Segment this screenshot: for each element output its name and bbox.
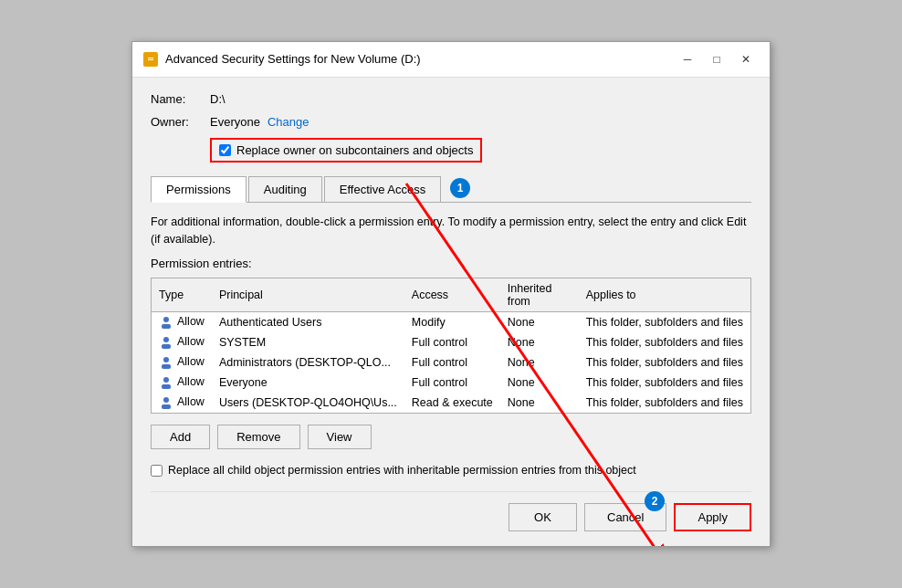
- cell-access: Modify: [404, 312, 500, 333]
- cell-applies: This folder, subfolders and files: [579, 373, 750, 393]
- section-label: Permission entries:: [151, 257, 751, 270]
- cell-principal: Users (DESKTOP-QLO4OHQ\Us...: [212, 393, 404, 413]
- close-button[interactable]: ✕: [733, 49, 759, 69]
- replace-owner-label: Replace owner on subcontainers and objec…: [236, 143, 473, 157]
- remove-button[interactable]: Remove: [217, 425, 299, 449]
- replace-owner-wrapper: Replace owner on subcontainers and objec…: [210, 138, 751, 163]
- window-title: Advanced Security Settings for New Volum…: [165, 52, 421, 66]
- table-row[interactable]: AllowUsers (DESKTOP-QLO4OHQ\Us...Read & …: [152, 393, 750, 413]
- title-controls: ─ □ ✕: [675, 49, 759, 69]
- info-text: For additional information, double-click…: [151, 214, 751, 248]
- cell-type: Allow: [152, 373, 212, 393]
- svg-point-5: [163, 337, 169, 342]
- col-type: Type: [152, 278, 212, 312]
- owner-label: Owner:: [151, 115, 210, 129]
- cell-access: Full control: [404, 332, 500, 352]
- permission-table-wrapper: Type Principal Access Inherited from App…: [151, 278, 751, 414]
- minimize-button[interactable]: ─: [675, 49, 700, 69]
- col-access: Access: [404, 278, 500, 312]
- col-principal: Principal: [212, 278, 404, 312]
- change-owner-link[interactable]: Change: [267, 115, 309, 129]
- svg-point-7: [163, 357, 169, 362]
- cell-inherited: None: [500, 352, 579, 373]
- replace-owner-checkbox[interactable]: [219, 144, 231, 156]
- cell-applies: This folder, subfolders and files: [579, 312, 750, 333]
- table-row[interactable]: AllowAuthenticated UsersModifyNoneThis f…: [152, 312, 750, 333]
- table-header-row: Type Principal Access Inherited from App…: [152, 278, 750, 312]
- view-button[interactable]: View: [308, 425, 372, 449]
- cell-principal: SYSTEM: [212, 332, 404, 352]
- main-window: Advanced Security Settings for New Volum…: [131, 41, 771, 548]
- replace-child-row: Replace all child object permission entr…: [151, 464, 751, 477]
- col-inherited: Inherited from: [500, 278, 579, 312]
- svg-rect-2: [148, 59, 153, 60]
- window-icon: [143, 52, 158, 67]
- cell-applies: This folder, subfolders and files: [579, 352, 750, 373]
- tab-permissions[interactable]: Permissions: [151, 176, 246, 203]
- title-bar: Advanced Security Settings for New Volum…: [132, 42, 770, 78]
- cell-principal: Everyone: [212, 373, 404, 393]
- cell-applies: This folder, subfolders and files: [579, 332, 750, 352]
- action-buttons: Add Remove View: [151, 425, 751, 449]
- dialog-content: Name: D:\ Owner: Everyone Change Replace…: [132, 78, 770, 547]
- replace-child-checkbox[interactable]: [151, 465, 163, 477]
- tab-auditing[interactable]: Auditing: [248, 176, 322, 202]
- name-row: Name: D:\: [151, 92, 751, 106]
- step1-badge: 1: [450, 178, 470, 198]
- tab-effective-access[interactable]: Effective Access: [324, 176, 441, 202]
- svg-point-3: [163, 317, 169, 322]
- cell-access: Read & execute: [404, 393, 500, 413]
- name-label: Name:: [151, 92, 210, 106]
- apply-button[interactable]: Apply: [674, 503, 751, 531]
- cell-type: Allow: [152, 352, 212, 373]
- replace-child-label: Replace all child object permission entr…: [168, 464, 636, 477]
- cell-access: Full control: [404, 373, 500, 393]
- table-row[interactable]: AllowSYSTEMFull controlNoneThis folder, …: [152, 332, 750, 352]
- svg-rect-12: [162, 404, 171, 409]
- owner-row: Owner: Everyone Change: [151, 115, 751, 129]
- replace-owner-container: Replace owner on subcontainers and objec…: [210, 138, 482, 163]
- cell-inherited: None: [500, 373, 579, 393]
- svg-rect-4: [162, 324, 171, 329]
- title-bar-left: Advanced Security Settings for New Volum…: [143, 52, 421, 67]
- permission-table: Type Principal Access Inherited from App…: [152, 278, 750, 413]
- ok-button[interactable]: OK: [509, 503, 577, 531]
- cell-inherited: None: [500, 332, 579, 352]
- cell-principal: Administrators (DESKTOP-QLO...: [212, 352, 404, 373]
- table-row[interactable]: AllowAdministrators (DESKTOP-QLO...Full …: [152, 352, 750, 373]
- tab-bar: Permissions Auditing Effective Access 1: [151, 175, 751, 203]
- table-row[interactable]: AllowEveryoneFull controlNoneThis folder…: [152, 373, 750, 393]
- svg-rect-1: [148, 58, 153, 58]
- svg-point-11: [163, 397, 169, 403]
- svg-rect-6: [162, 344, 171, 349]
- svg-point-9: [163, 377, 169, 383]
- col-applies: Applies to: [579, 278, 750, 312]
- cell-inherited: None: [500, 312, 579, 333]
- cell-inherited: None: [500, 393, 579, 413]
- cell-type: Allow: [152, 312, 212, 333]
- cell-access: Full control: [404, 352, 500, 373]
- maximize-button[interactable]: □: [704, 49, 729, 69]
- svg-rect-8: [162, 364, 171, 369]
- name-value: D:\: [210, 92, 226, 106]
- cell-applies: This folder, subfolders and files: [579, 393, 750, 413]
- cell-type: Allow: [152, 393, 212, 413]
- cell-principal: Authenticated Users: [212, 312, 404, 333]
- add-button[interactable]: Add: [151, 425, 210, 449]
- svg-rect-10: [162, 384, 171, 389]
- owner-value: Everyone: [210, 115, 260, 129]
- cell-type: Allow: [152, 332, 212, 352]
